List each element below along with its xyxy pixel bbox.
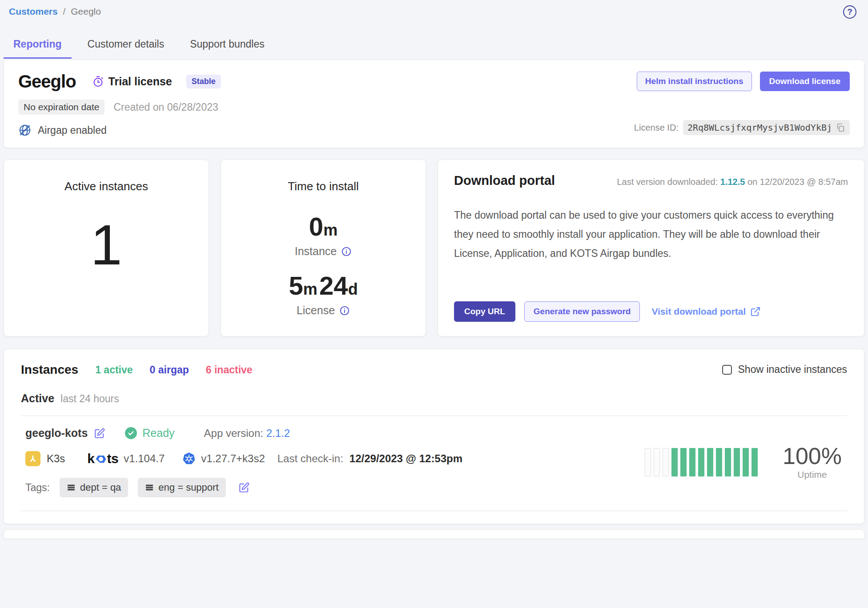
breadcrumb-customers-link[interactable]: Customers: [9, 6, 58, 16]
license-id-row: License ID: 2Rq8WLcsjfxqrMysjvB1WodYkBj: [634, 120, 850, 135]
external-link-icon: [750, 306, 761, 317]
customer-header-card: Geeglo Trial license Stable No expiratio…: [4, 60, 864, 148]
instance-time-label: Instance: [295, 245, 337, 258]
ready-check-icon: [125, 427, 137, 439]
app-version-link[interactable]: 2.1.2: [266, 427, 290, 439]
active-section-title: Active: [21, 392, 54, 405]
tab-customer-details[interactable]: Customer details: [78, 34, 174, 59]
kots-logo-o-icon: [95, 453, 107, 465]
tag-label: dept = qa: [80, 482, 121, 493]
active-section-subtitle: last 24 hours: [60, 393, 119, 405]
uptime-bar: [663, 448, 669, 476]
tag-label: eng = support: [158, 482, 218, 493]
distribution-label: K3s: [47, 452, 65, 465]
uptime-bar: [707, 448, 713, 476]
uptime-label: Uptime: [783, 469, 842, 480]
expiration-badge: No expiration date: [18, 100, 104, 115]
copy-icon[interactable]: [836, 123, 845, 132]
info-icon[interactable]: [341, 246, 352, 257]
show-inactive-row: Show inactive instances: [722, 364, 847, 376]
uptime-bar: [716, 448, 722, 476]
uptime-bar: [680, 448, 687, 476]
last-version-downloaded: Last version downloaded: 1.12.5 on 12/20…: [617, 177, 848, 187]
last-version-link[interactable]: 1.12.5: [720, 177, 745, 187]
instance-status: Ready: [125, 427, 174, 440]
license-id-label: License ID:: [634, 123, 679, 133]
license-install-time: 5m 24d: [221, 273, 426, 299]
next-card-partial: [4, 529, 864, 538]
info-icon[interactable]: [339, 305, 350, 316]
show-inactive-checkbox[interactable]: [722, 365, 732, 375]
generate-new-password-button[interactable]: Generate new password: [524, 301, 640, 322]
uptime-bar: [751, 448, 758, 476]
tags-label: Tags:: [25, 482, 50, 494]
download-license-button[interactable]: Download license: [760, 72, 850, 91]
app-version: App version: 2.1.2: [204, 427, 290, 440]
license-type: Trial license: [92, 75, 172, 88]
uptime-bar: [671, 448, 678, 476]
show-inactive-label: Show inactive instances: [738, 364, 847, 376]
tag-pill: dept = qa: [60, 478, 128, 497]
license-type-label: Trial license: [108, 75, 172, 88]
tag-bars-icon: [145, 483, 154, 492]
airgap-globe-icon: [18, 124, 32, 137]
time-to-install-card: Time to install 0m Instance 5m 24d Licen…: [221, 160, 426, 336]
breadcrumb: Customers / Geeglo: [9, 5, 101, 17]
k3s-icon: [25, 451, 40, 466]
instance-time-label-row: Instance: [221, 245, 426, 258]
stats-row: Active instances 1 Time to install 0m In…: [4, 160, 864, 336]
download-portal-description: The download portal can be used to give …: [454, 206, 848, 263]
copy-url-button[interactable]: Copy URL: [454, 301, 515, 322]
active-instances-card: Active instances 1: [4, 160, 209, 336]
instances-title: Instances: [21, 363, 78, 377]
edit-tags-icon[interactable]: [238, 482, 250, 493]
inactive-count: 6 inactive: [206, 364, 253, 376]
visit-download-portal-link[interactable]: Visit download portal: [651, 306, 761, 317]
kots-logo: k ts: [87, 451, 118, 466]
instance-install-time: 0m: [221, 214, 426, 240]
license-time-label: License: [297, 304, 335, 317]
license-id-value: 2Rq8WLcsjfxqrMysjvB1WodYkBj: [687, 122, 832, 133]
license-id-pill: 2Rq8WLcsjfxqrMysjvB1WodYkBj: [683, 120, 850, 135]
top-bar: Customers / Geeglo ?: [0, 0, 868, 19]
last-checkin-value: 12/29/2023 @ 12:53pm: [350, 452, 462, 465]
airgap-enabled-label: Airgap enabled: [38, 124, 107, 136]
customer-name: Geeglo: [18, 72, 76, 92]
edit-instance-name-icon[interactable]: [94, 428, 105, 439]
uptime-bar: [734, 448, 740, 476]
license-time-number-2: 24: [319, 271, 348, 300]
instance-name: geeglo-kots: [25, 427, 88, 440]
tag-bars-icon: [67, 483, 76, 492]
helm-install-instructions-button[interactable]: Helm install instructions: [637, 72, 752, 91]
kubernetes-icon: [182, 452, 196, 465]
instances-card: Instances 1 active 0 airgap 6 inactive S…: [4, 349, 864, 524]
kots-logo-ts: ts: [107, 451, 119, 466]
uptime-bar-chart: [645, 448, 758, 476]
tag-pill: eng = support: [138, 478, 225, 497]
tab-bar: Reporting Customer details Support bundl…: [4, 34, 868, 59]
tab-support-bundles[interactable]: Support bundles: [180, 34, 274, 59]
last-version-date: on 12/20/2023 @ 8:57am: [747, 177, 848, 187]
app-version-label: App version:: [204, 427, 263, 439]
uptime-bar: [645, 448, 651, 476]
active-instances-value: 1: [4, 216, 209, 273]
uptime-bar: [725, 448, 731, 476]
uptime-bar: [654, 448, 660, 476]
instance-status-label: Ready: [142, 427, 174, 440]
license-time-unit-1: m: [303, 280, 317, 298]
instance-time-number: 0: [309, 212, 323, 241]
uptime-bar: [743, 448, 749, 476]
k8s-version: v1.27.7+k3s2: [201, 452, 265, 465]
trial-timer-icon: [92, 76, 104, 88]
visit-download-portal-label: Visit download portal: [651, 306, 746, 317]
download-portal-card: Download portal Last version downloaded:…: [438, 160, 864, 336]
help-icon[interactable]: ?: [843, 5, 856, 19]
instance-time-unit: m: [323, 221, 338, 239]
channel-badge: Stable: [186, 75, 221, 88]
active-count: 1 active: [95, 364, 133, 376]
last-version-label: Last version downloaded:: [617, 177, 718, 187]
breadcrumb-current: Geeglo: [71, 6, 101, 16]
tab-reporting[interactable]: Reporting: [4, 34, 72, 59]
time-to-install-title: Time to install: [221, 180, 426, 193]
airgap-count: 0 airgap: [150, 364, 189, 376]
